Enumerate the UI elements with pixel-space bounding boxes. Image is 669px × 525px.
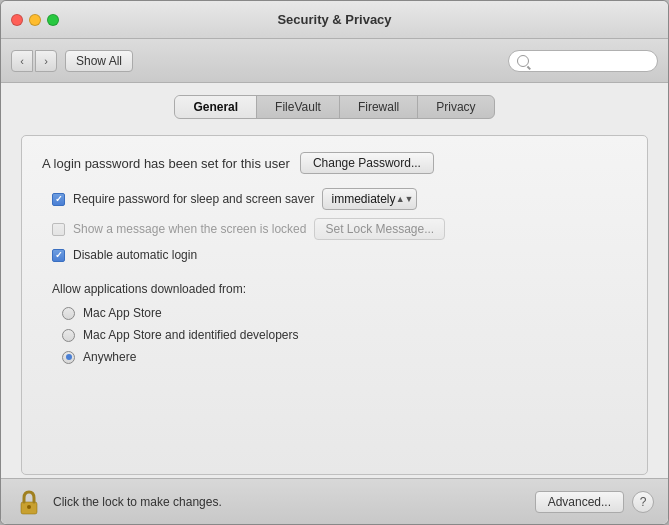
set-lock-message-button[interactable]: Set Lock Message... — [314, 218, 445, 240]
disable-auto-login-label: Disable automatic login — [73, 248, 197, 262]
close-button[interactable] — [11, 14, 23, 26]
disable-auto-login-checkbox[interactable] — [52, 249, 65, 262]
options-section: Require password for sleep and screen sa… — [52, 188, 627, 262]
app-source-row-identified-developers: Mac App Store and identified developers — [62, 328, 627, 342]
bottom-bar: Click the lock to make changes. Advanced… — [1, 478, 668, 524]
app-source-options: Mac App Store Mac App Store and identifi… — [62, 306, 627, 364]
minimize-button[interactable] — [29, 14, 41, 26]
change-password-button[interactable]: Change Password... — [300, 152, 434, 174]
identified-developers-radio[interactable] — [62, 329, 75, 342]
lock-icon[interactable] — [15, 488, 43, 516]
app-source-row-mac-app-store: Mac App Store — [62, 306, 627, 320]
app-source-row-anywhere: Anywhere — [62, 350, 627, 364]
require-password-checkbox[interactable] — [52, 193, 65, 206]
content-area: General FileVault Firewall Privacy A log… — [1, 83, 668, 478]
window: Security & Privacy ‹ › Show All General … — [0, 0, 669, 525]
tab-firewall[interactable]: Firewall — [340, 96, 418, 118]
nav-buttons: ‹ › — [11, 50, 57, 72]
nav-forward-button[interactable]: › — [35, 50, 57, 72]
settings-panel: A login password has been set for this u… — [21, 135, 648, 475]
titlebar: Security & Privacy — [1, 1, 668, 39]
show-all-button[interactable]: Show All — [65, 50, 133, 72]
nav-back-button[interactable]: ‹ — [11, 50, 33, 72]
maximize-button[interactable] — [47, 14, 59, 26]
advanced-button[interactable]: Advanced... — [535, 491, 624, 513]
lock-click-label: Click the lock to make changes. — [53, 495, 222, 509]
disable-auto-login-row: Disable automatic login — [52, 248, 627, 262]
mac-app-store-label: Mac App Store — [83, 306, 162, 320]
bottom-right-buttons: Advanced... ? — [535, 491, 654, 513]
anywhere-radio[interactable] — [62, 351, 75, 364]
tab-bar: General FileVault Firewall Privacy — [21, 95, 648, 119]
tab-privacy[interactable]: Privacy — [418, 96, 493, 118]
downloads-section: Allow applications downloaded from: Mac … — [52, 282, 627, 364]
anywhere-label: Anywhere — [83, 350, 136, 364]
identified-developers-label: Mac App Store and identified developers — [83, 328, 298, 342]
search-box — [508, 50, 658, 72]
tab-filevault[interactable]: FileVault — [257, 96, 340, 118]
login-password-label: A login password has been set for this u… — [42, 156, 290, 171]
svg-point-1 — [27, 505, 31, 509]
window-title: Security & Privacy — [277, 12, 391, 27]
require-password-label: Require password for sleep and screen sa… — [73, 192, 314, 206]
password-timing-dropdown[interactable]: immediately 5 seconds 1 minute 5 minutes… — [322, 188, 417, 210]
show-message-checkbox[interactable] — [52, 223, 65, 236]
show-message-row: Show a message when the screen is locked… — [52, 218, 627, 240]
search-icon — [517, 55, 529, 67]
password-timing-dropdown-wrapper: immediately 5 seconds 1 minute 5 minutes… — [322, 188, 417, 210]
tab-group: General FileVault Firewall Privacy — [174, 95, 494, 119]
require-password-row: Require password for sleep and screen sa… — [52, 188, 627, 210]
toolbar: ‹ › Show All — [1, 39, 668, 83]
login-password-row: A login password has been set for this u… — [42, 152, 627, 174]
mac-app-store-radio[interactable] — [62, 307, 75, 320]
search-input[interactable] — [533, 54, 649, 68]
help-button[interactable]: ? — [632, 491, 654, 513]
allow-apps-label: Allow applications downloaded from: — [52, 282, 627, 296]
tab-general[interactable]: General — [175, 96, 257, 118]
traffic-lights — [11, 14, 59, 26]
show-message-label: Show a message when the screen is locked — [73, 222, 306, 236]
